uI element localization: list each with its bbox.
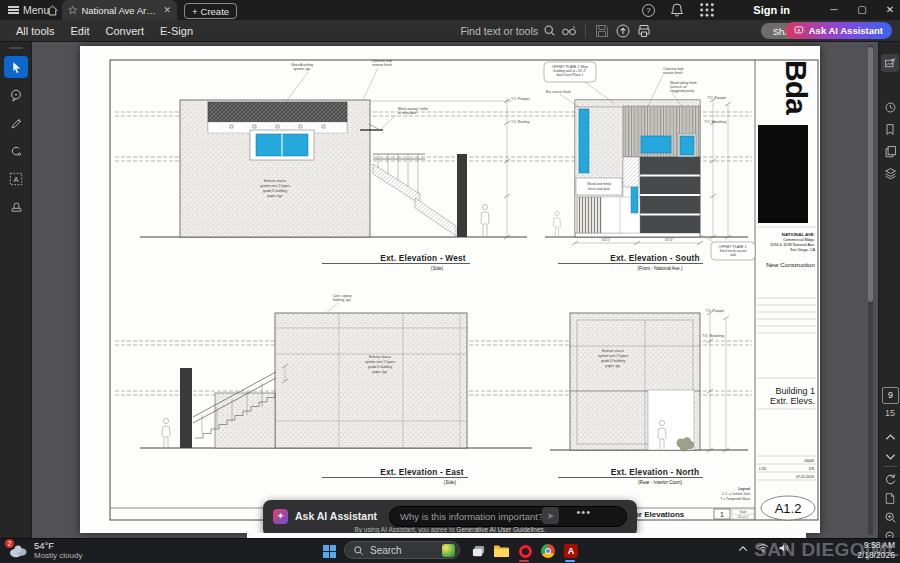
comment-tool-button[interactable] xyxy=(4,84,28,106)
svg-text:back from Plane 1: back from Plane 1 xyxy=(557,73,584,77)
close-button[interactable]: ✕ xyxy=(884,0,896,20)
fit-page-button[interactable] xyxy=(881,489,899,507)
tab-close-icon[interactable]: ✕ xyxy=(163,5,171,15)
lasso-tool-button[interactable] xyxy=(4,140,28,162)
rotate-page-button[interactable] xyxy=(881,470,899,488)
apps-grid-icon[interactable] xyxy=(699,2,715,18)
file-explorer-icon[interactable] xyxy=(493,543,509,559)
chrome-icon[interactable] xyxy=(540,543,556,559)
south-window-center xyxy=(641,136,671,153)
svg-text:San Diego, CA: San Diego, CA xyxy=(790,248,816,252)
tray-expand-icon[interactable] xyxy=(738,545,748,552)
opera-icon[interactable] xyxy=(517,543,533,559)
elevation-west: T.O. Parapet T.O. Roofing Glass A roofin… xyxy=(140,59,530,271)
west-parapet-label: T.O. Parapet xyxy=(511,97,530,101)
menu-esign[interactable]: E-Sign xyxy=(160,25,193,37)
person-figure xyxy=(162,418,170,448)
menu-convert[interactable]: Convert xyxy=(106,25,145,37)
maximize-button[interactable]: ▢ xyxy=(856,0,868,20)
svg-text:system over 2 layers: system over 2 layers xyxy=(365,360,396,364)
volume-icon[interactable] xyxy=(778,543,790,553)
cursor-icon xyxy=(10,61,23,74)
ai-send-button[interactable]: ➤ xyxy=(542,507,559,524)
layers-button[interactable] xyxy=(881,164,899,182)
elevation-north: Exterior stucco system over 2 layers gra… xyxy=(550,309,748,485)
notifications-bell-icon[interactable] xyxy=(669,2,685,18)
text-select-tool-button[interactable]: A xyxy=(4,168,28,190)
weather-desc: Mostly cloudy xyxy=(34,551,82,560)
svg-text:exterior finish: exterior finish xyxy=(372,63,392,67)
help-icon[interactable]: ? xyxy=(642,4,655,17)
ai-prompt-input[interactable] xyxy=(389,506,627,527)
west-roofing-label: T.O. Roofing xyxy=(511,120,529,124)
ai-more-options-button[interactable]: ••• xyxy=(576,506,591,518)
svg-text:T.O. Parapet: T.O. Parapet xyxy=(705,309,724,313)
rail-handle[interactable] xyxy=(9,47,23,49)
svg-text:A: A xyxy=(14,176,19,183)
stamp-icon xyxy=(10,201,23,214)
minimize-button[interactable]: ─ xyxy=(828,0,840,20)
ai-disclaimer: By using AI Assistant, you agree to Gene… xyxy=(263,526,637,533)
menu-all-tools[interactable]: All tools xyxy=(16,25,55,37)
task-view-button[interactable] xyxy=(470,543,486,559)
taskbar-search[interactable]: Search xyxy=(344,541,460,559)
svg-text:system over 2 layers: system over 2 layers xyxy=(260,184,291,188)
create-button[interactable]: + Create xyxy=(184,3,237,19)
ai-find-binoculars-icon[interactable] xyxy=(561,23,577,39)
acrobat-icon[interactable]: A xyxy=(563,543,579,559)
start-button[interactable] xyxy=(323,545,336,558)
opera-active-indicator xyxy=(519,560,529,562)
next-page-button[interactable] xyxy=(881,448,899,466)
document-canvas[interactable]: T.O. Parapet T.O. Roofing Glass A roofin… xyxy=(32,42,878,538)
west-stairs xyxy=(373,154,456,236)
upload-cloud-icon[interactable] xyxy=(615,23,631,39)
right-tool-rail: 9 15 xyxy=(878,42,900,538)
east-column xyxy=(180,368,192,448)
pages-button[interactable] xyxy=(881,142,899,160)
hamburger-icon xyxy=(8,5,19,16)
select-tool-button[interactable] xyxy=(4,56,28,78)
svg-text:T.O. Sheathing: T.O. Sheathing xyxy=(702,334,724,338)
print-icon[interactable] xyxy=(636,23,652,39)
ai-disclaimer-text: By using AI Assistant, you agree to xyxy=(354,526,456,533)
find-bar[interactable]: Find text or tools xyxy=(460,23,652,39)
bookmarks-button[interactable] xyxy=(881,120,899,138)
history-button[interactable] xyxy=(881,98,899,116)
clock-time: 9:58 AM xyxy=(857,540,895,550)
elevation-subtitle-west: (Side) xyxy=(431,266,444,271)
stamp-tool-button[interactable] xyxy=(4,196,28,218)
north-dimensions: T.O. Parapet T.O. Sheathing xyxy=(702,309,729,452)
sheet-name-2: Extr. Elevs. xyxy=(770,396,815,406)
taskbar-weather-widget[interactable]: 2 54°F Mostly cloudy xyxy=(8,540,82,560)
ai-guidelines-link[interactable]: Generative AI User Guidelines. xyxy=(456,526,545,533)
zoom-in-button[interactable] xyxy=(881,508,899,526)
save-icon[interactable] xyxy=(594,23,610,39)
system-tray[interactable] xyxy=(738,543,790,553)
elevation-subtitle-north: (Rear - Interior Court) xyxy=(638,480,682,485)
taskbar-clock[interactable]: 9:58 AM 2/18/2026 xyxy=(857,540,895,560)
star-icon xyxy=(68,5,77,15)
export-image-button[interactable] xyxy=(881,54,899,72)
tab-title: National Ave Arch Dwg... xyxy=(81,5,159,16)
comment-icon xyxy=(9,88,23,102)
home-button[interactable] xyxy=(46,0,59,20)
svg-text:Legend: Legend xyxy=(738,487,750,491)
canvas-scrollbar-thumb[interactable] xyxy=(868,47,873,302)
page-number-box[interactable]: 9 xyxy=(882,387,899,404)
network-icon[interactable] xyxy=(757,543,769,553)
svg-text:paper, typ.: paper, typ. xyxy=(372,370,387,374)
elevation-title-north: Ext. Elevation - North xyxy=(611,467,699,477)
draw-tool-button[interactable] xyxy=(4,112,28,134)
sign-in-label: Sign in xyxy=(753,4,790,16)
ask-ai-assistant-button[interactable]: Ask AI Assistant xyxy=(785,22,892,39)
svg-text:system over 2 layers: system over 2 layers xyxy=(598,354,629,358)
menu-edit[interactable]: Edit xyxy=(71,25,90,37)
acrobat-active-indicator xyxy=(565,560,575,562)
strip-number: 1 xyxy=(720,511,724,518)
document-tab[interactable]: National Ave Arch Dwg... ✕ xyxy=(62,0,177,20)
sign-in-button[interactable]: Sign in xyxy=(753,0,790,20)
sheet-date: 07.01.2016 xyxy=(796,475,814,479)
previous-page-button[interactable] xyxy=(881,428,899,446)
menu-button[interactable]: Menu xyxy=(8,0,49,20)
pdf-page[interactable]: T.O. Parapet T.O. Roofing Glass A roofin… xyxy=(80,46,820,533)
